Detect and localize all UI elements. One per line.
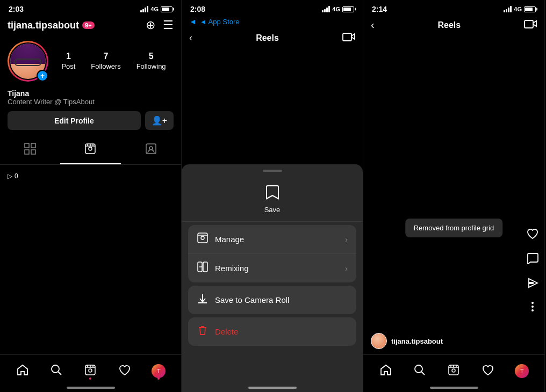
app-store-back-icon[interactable]: ◄ [189,17,197,26]
nav-heart-3[interactable] [476,359,500,383]
nav-profile-avatar-1: T [152,364,166,378]
nav-search-1[interactable] [45,359,68,383]
svg-rect-1 [31,143,35,148]
followers-label: Followers [91,62,121,70]
sheet-manage-section: Manage › Remixing › [188,225,356,282]
signal-icon-3 [504,6,512,12]
following-stat[interactable]: 5 Following [136,52,166,71]
svg-point-11 [149,147,153,150]
home-indicator-2 [248,387,297,389]
nav-profile-avatar-3: T [515,364,529,378]
camera-icon-3[interactable] [524,18,537,32]
status-icons-1: 4G [140,6,173,12]
reels-nav-icon-3 [448,364,459,378]
status-time-1: 2:03 [9,5,24,13]
edit-profile-row: Edit Profile 👤+ [0,111,181,136]
signal-icon-1 [140,6,148,12]
status-icons-2: 4G [322,6,354,12]
more-options-icon-3[interactable] [531,302,534,311]
nav-reels-1[interactable] [78,359,102,383]
nav-heart-1[interactable] [113,359,136,383]
like-icon-3[interactable] [526,228,539,243]
posts-label: Post [61,62,75,70]
manage-item-left: Manage [197,233,244,246]
toast-notification: Removed from profile grid [405,219,503,237]
bookmark-icon [265,185,279,204]
home-indicator-3 [430,387,478,389]
battery-icon-1 [161,6,173,12]
tab-reels[interactable] [60,136,120,164]
manage-icon [197,233,209,246]
download-icon [197,293,209,307]
play-icon: ▷ [8,172,12,180]
menu-icon[interactable]: ☰ [163,18,174,32]
grid-icon [24,143,36,158]
panel3-user-avatar[interactable] [371,333,387,349]
heart-icon-3 [482,364,494,378]
status-bar-1: 2:03 4G [0,0,181,16]
share-icon-3[interactable] [527,277,538,292]
sheet-remixing-item[interactable]: Remixing › [188,254,356,282]
delete-label: Delete [215,327,238,336]
header-icons: ⊕ ☰ [146,18,174,32]
search-icon-1 [51,364,62,378]
svg-rect-21 [198,233,207,243]
followers-count: 7 [91,52,121,61]
tab-tagged[interactable] [121,136,181,164]
app-store-bar: ◄ ◄ App Store [182,16,363,29]
bottom-sheet: Save Manage › [182,164,363,392]
back-icon-2[interactable]: ‹ [189,32,192,43]
network-type-3: 4G [514,6,522,12]
nav-search-3[interactable] [408,359,432,383]
sheet-handle [263,170,282,172]
avatar-container[interactable]: + [8,41,48,82]
add-content-icon[interactable]: ⊕ [146,18,155,32]
camera-icon-2[interactable] [342,31,355,45]
svg-rect-3 [31,150,35,154]
comment-icon-3[interactable] [526,252,539,267]
network-type-1: 4G [150,6,159,12]
camera-item-left: Save to Camera Roll [197,293,289,307]
svg-point-22 [201,236,204,239]
svg-rect-2 [25,150,29,154]
back-icon-3[interactable]: ‹ [371,19,375,31]
svg-rect-20 [343,33,351,41]
panel2-header: ‹ Reels [182,29,363,49]
svg-rect-25 [203,262,207,272]
sheet-manage-item[interactable]: Manage › [188,225,356,254]
posts-stat[interactable]: 1 Post [61,52,75,71]
heart-icon-1 [118,364,131,378]
delete-item-left: Delete [197,325,238,338]
profile-tabs [0,136,181,165]
add-to-story-button[interactable]: + [37,70,48,82]
profile-name: Tijana [8,89,174,98]
manage-label: Manage [215,235,244,244]
edit-profile-button[interactable]: Edit Profile [8,111,141,130]
remix-icon [197,262,209,275]
svg-line-29 [422,372,425,375]
profile-bio: Content Writer @ TipsAbout [8,98,174,106]
panel3-user-row: tijana.tipsabout [371,333,443,349]
nav-home-1[interactable] [11,359,34,383]
nav-dot-profile-1 [157,378,160,380]
sheet-save-area[interactable]: Save [182,179,363,222]
battery-icon-2 [342,6,354,12]
panel3-username[interactable]: tijana.tipsabout [391,337,443,345]
nav-avatar-3[interactable]: T [510,359,534,383]
sheet-camera-item[interactable]: Save to Camera Roll [188,286,356,314]
add-friend-button[interactable]: 👤+ [145,111,174,130]
app-store-label[interactable]: ◄ App Store [200,18,240,26]
remixing-chevron: › [345,264,348,273]
posts-count: 1 [61,52,75,61]
tab-grid[interactable] [0,136,60,164]
home-indicator-1 [67,387,115,389]
nav-home-3[interactable] [374,359,398,383]
nav-avatar-1[interactable]: T [147,359,170,383]
side-actions [526,228,539,311]
sheet-delete-item[interactable]: Delete [188,317,356,346]
nav-reels-3[interactable] [442,359,465,383]
reel-play-count: ▷ 0 [0,166,181,186]
status-icons-3: 4G [504,6,536,12]
followers-stat[interactable]: 7 Followers [91,52,121,71]
tagged-icon [145,143,157,158]
